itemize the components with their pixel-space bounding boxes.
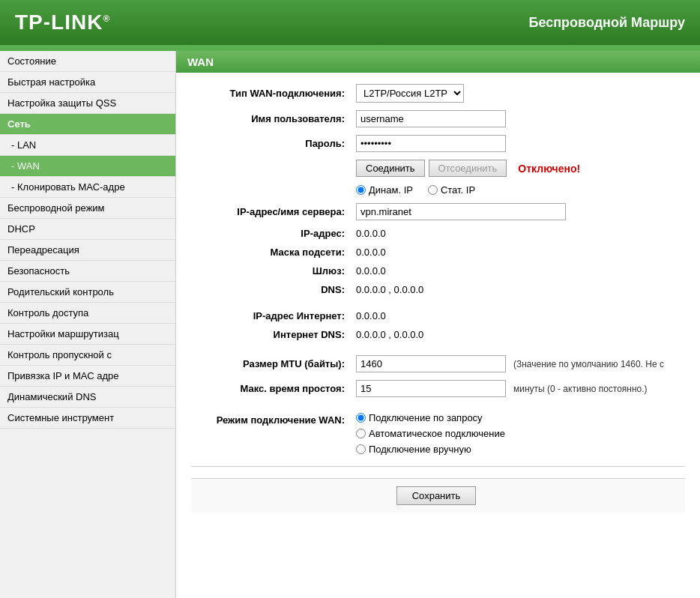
save-bar: Сохранить	[191, 478, 685, 513]
page-title: WAN	[176, 51, 700, 73]
wan-mode-opt2[interactable]: Автоматическое подключение	[356, 428, 505, 439]
sidebar-item-ddns[interactable]: Динамический DNS	[0, 387, 175, 408]
logo: TP-LINK®	[15, 10, 110, 34]
sidebar-item-status[interactable]: Состояние	[0, 51, 175, 72]
sidebar-item-bandwidth[interactable]: Контроль пропускной с	[0, 345, 175, 366]
sidebar-item-quick-setup[interactable]: Быстрая настройка	[0, 72, 175, 93]
mtu-label: Размер MTU (байты):	[191, 358, 356, 369]
wan-type-row: Тип WAN-подключения: L2TP/Россия L2TP	[191, 84, 685, 103]
dynamic-ip-radio[interactable]	[356, 185, 366, 195]
idle-note: минуты (0 - активно постоянно.)	[513, 384, 648, 394]
username-input[interactable]	[356, 110, 506, 127]
gateway-label: Шлюз:	[191, 265, 356, 277]
server-label: IP-адрес/имя сервера:	[191, 206, 356, 217]
wan-mode-opt2-label: Автоматическое подключение	[369, 428, 505, 439]
wan-mode-opt3-label: Подключение вручную	[369, 444, 471, 455]
content-area: WAN Тип WAN-подключения: L2TP/Россия L2T…	[176, 51, 700, 598]
password-input[interactable]	[356, 135, 506, 152]
sidebar-item-wan[interactable]: - WAN	[0, 156, 175, 177]
status-badge: Отключено!	[518, 163, 580, 175]
divider	[191, 466, 685, 467]
main-layout: Состояние Быстрая настройка Настройка за…	[0, 51, 700, 598]
server-row: IP-адрес/имя сервера:	[191, 203, 685, 220]
ip-type-radio-group: Динам. IP Стат. IP	[356, 184, 475, 196]
dns-label: DNS:	[191, 284, 356, 295]
green-bar	[0, 45, 700, 51]
subnet-row: Маска подсети: 0.0.0.0	[191, 247, 685, 258]
internet-dns-label: Интернет DNS:	[191, 329, 356, 340]
sidebar-item-wireless[interactable]: Беспроводной режим	[0, 198, 175, 219]
form-content: Тип WAN-подключения: L2TP/Россия L2TP Им…	[176, 73, 700, 524]
subnet-label: Маска подсети:	[191, 247, 356, 258]
sidebar-item-lan[interactable]: - LAN	[0, 135, 175, 156]
wan-mode-opt3[interactable]: Подключение вручную	[356, 444, 505, 455]
disconnect-button[interactable]: Отсоединить	[429, 160, 507, 177]
wan-mode-opt1-label: Подключение по запросу	[369, 412, 483, 423]
wan-mode-radio-1[interactable]	[356, 413, 366, 423]
wan-mode-radio-3[interactable]	[356, 444, 366, 454]
gateway-row: Шлюз: 0.0.0.0	[191, 265, 685, 277]
password-label: Пароль:	[191, 138, 356, 149]
wan-mode-group: Подключение по запросу Автоматическое по…	[356, 412, 505, 455]
dynamic-ip-option[interactable]: Динам. IP	[356, 184, 413, 196]
ip-value: 0.0.0.0	[356, 228, 386, 239]
sidebar-item-qss[interactable]: Настройка защиты QSS	[0, 93, 175, 114]
sidebar-item-network[interactable]: Сеть	[0, 114, 175, 135]
password-row: Пароль:	[191, 135, 685, 152]
sidebar: Состояние Быстрая настройка Настройка за…	[0, 51, 176, 598]
wan-type-label: Тип WAN-подключения:	[191, 88, 356, 99]
mtu-input[interactable]	[356, 355, 506, 372]
sidebar-item-forwarding[interactable]: Переадресация	[0, 240, 175, 261]
sidebar-item-tools[interactable]: Системные инструмент	[0, 408, 175, 429]
sidebar-item-mac-clone[interactable]: - Клонировать МАС-адре	[0, 177, 175, 198]
mtu-row: Размер MTU (байты): (Значение по умолчан…	[191, 355, 685, 372]
static-ip-option[interactable]: Стат. IP	[428, 184, 475, 196]
header: TP-LINK® Беспроводной Маршру	[0, 0, 700, 45]
internet-ip-row: IP-адрес Интернет: 0.0.0.0	[191, 310, 685, 321]
ip-row: IP-адрес: 0.0.0.0	[191, 228, 685, 239]
dynamic-ip-label: Динам. IP	[369, 184, 413, 196]
save-button[interactable]: Сохранить	[396, 486, 477, 505]
sidebar-item-access[interactable]: Контроль доступа	[0, 303, 175, 324]
connect-button[interactable]: Соединить	[356, 160, 425, 177]
sidebar-item-routing[interactable]: Настройки маршрутизац	[0, 324, 175, 345]
idle-row: Макс. время простоя: минуты (0 - активно…	[191, 380, 685, 397]
dns-row: DNS: 0.0.0.0 , 0.0.0.0	[191, 284, 685, 295]
sidebar-item-security[interactable]: Безопасность	[0, 261, 175, 282]
internet-ip-value: 0.0.0.0	[356, 310, 386, 321]
wan-type-select[interactable]: L2TP/Россия L2TP	[356, 84, 464, 103]
static-ip-label: Стат. IP	[441, 184, 475, 196]
mtu-note: (Значение по умолчанию 1460. Не с	[513, 359, 664, 369]
ip-label: IP-адрес:	[191, 228, 356, 239]
subnet-value: 0.0.0.0	[356, 247, 386, 258]
connect-row: Соединить Отсоединить Отключено!	[191, 160, 685, 177]
internet-dns-row: Интернет DNS: 0.0.0.0 , 0.0.0.0	[191, 329, 685, 340]
static-ip-radio[interactable]	[428, 185, 438, 195]
ip-type-row: Динам. IP Стат. IP	[191, 184, 685, 196]
idle-label: Макс. время простоя:	[191, 383, 356, 394]
username-row: Имя пользователя:	[191, 110, 685, 127]
gateway-value: 0.0.0.0	[356, 265, 386, 277]
sidebar-item-ip-mac[interactable]: Привязка IP и МАС адре	[0, 366, 175, 387]
wan-type-value: L2TP/Россия L2TP	[356, 84, 464, 103]
server-input[interactable]	[356, 203, 566, 220]
sidebar-item-parental[interactable]: Родительский контроль	[0, 282, 175, 303]
wan-mode-opt1[interactable]: Подключение по запросу	[356, 412, 505, 423]
wan-mode-label: Режим подключение WAN:	[191, 412, 356, 426]
header-title: Беспроводной Маршру	[528, 15, 685, 31]
username-label: Имя пользователя:	[191, 113, 356, 124]
sidebar-item-dhcp[interactable]: DHCP	[0, 219, 175, 240]
dns-value: 0.0.0.0 , 0.0.0.0	[356, 284, 423, 295]
internet-dns-value: 0.0.0.0 , 0.0.0.0	[356, 329, 423, 340]
wan-mode-row: Режим подключение WAN: Подключение по за…	[191, 412, 685, 455]
wan-mode-radio-2[interactable]	[356, 429, 366, 438]
internet-ip-label: IP-адрес Интернет:	[191, 310, 356, 321]
idle-input[interactable]	[356, 380, 506, 397]
